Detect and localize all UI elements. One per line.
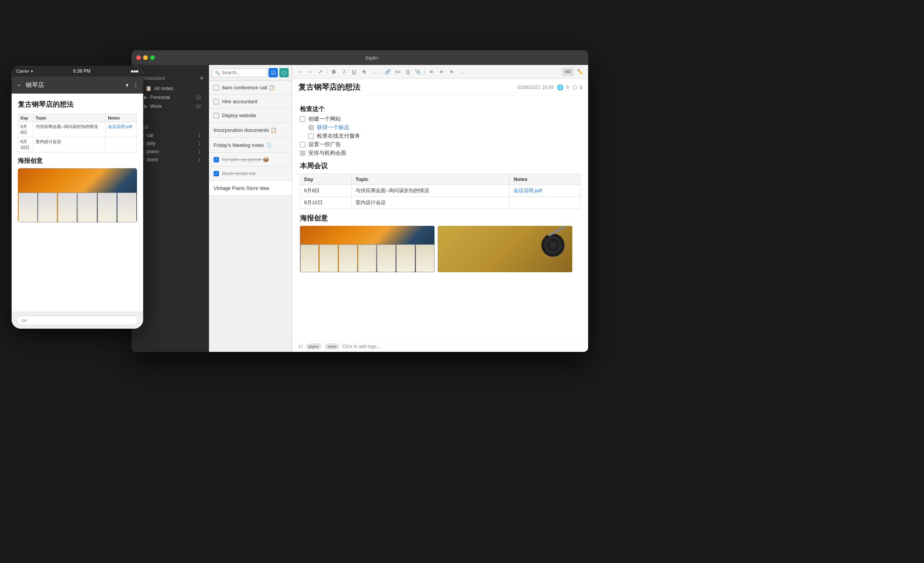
mobile-table-notes-1: 会议说明.pdf [106, 122, 137, 137]
toolbar-strike-btn[interactable]: S [360, 68, 368, 76]
mobile-back-button[interactable]: ← [16, 82, 22, 89]
toolbar-external-btn[interactable]: ⤢ [316, 68, 325, 76]
mobile-piano-image [18, 168, 137, 222]
sidebar-item-personal[interactable]: ▶ Personal 13 [136, 93, 204, 102]
table-row-2: 6月10日 室内设计会议 [300, 197, 580, 209]
tag-pill-piano[interactable]: piano [305, 343, 322, 350]
note-title-accountant: Hire accountant [222, 99, 257, 104]
expand-icon: ▶ [144, 94, 148, 100]
note-item-incorporation[interactable]: Incorporation documents 📋 [209, 123, 292, 138]
note-item-conference[interactable]: 8am conference call 📋 [209, 81, 292, 95]
mobile-app: Carrier ▾ 6:38 PM ■■■ ← 钢琴店 ▾ ⋮ 复古钢琴店的想法… [12, 66, 143, 329]
traffic-lights [136, 55, 155, 60]
sidebar-item-work[interactable]: ▶ Work 14 [136, 102, 204, 111]
note-checkbox-accountant[interactable] [214, 99, 219, 104]
toolbar-link-btn[interactable]: 🔗 [383, 68, 392, 76]
tag-item-car[interactable]: 🏷 car 1 [136, 131, 204, 139]
checkbox-2[interactable] [308, 125, 314, 130]
vinyl-image-bg [438, 226, 572, 272]
editor-lang: fr [566, 85, 569, 90]
note-title-incorporation: Incorporation documents 📋 [214, 127, 277, 133]
tag-item-piano[interactable]: 🏷 piano 1 [136, 147, 204, 155]
toolbar-more1-btn[interactable]: … [370, 68, 378, 76]
note-item-parcel[interactable]: ✓ Go pick up parcel 📦 [209, 153, 292, 167]
toolbar-underline-btn[interactable]: U [350, 68, 358, 76]
mobile-table: Day Topic Notes 6月8日 与供应商会面--询问该折扣的情况 会议… [18, 114, 137, 152]
mobile-key-2 [38, 193, 57, 222]
add-tag-button[interactable]: Click to add tags... [342, 344, 380, 349]
mobile-table-row-1: 6月8日 与供应商会面--询问该折扣的情况 会议说明.pdf [18, 122, 137, 137]
carrier-label: Carrier [16, 69, 29, 73]
checkbox-1[interactable] [300, 116, 305, 122]
note-item-rental[interactable]: ✓ Book rental car [209, 167, 292, 181]
note-item-deploy[interactable]: Deploy website [209, 109, 292, 123]
toolbar-attach-btn[interactable]: 📎 [414, 68, 422, 76]
piano-key-4 [358, 244, 377, 272]
toolbar-back-btn[interactable]: ‹ [296, 68, 305, 76]
personal-label: Personal [150, 94, 170, 100]
meeting-link-1[interactable]: 会议说明.pdf [513, 188, 542, 193]
table-header-day: Day [300, 174, 352, 185]
check-label-3: 检查在线支付服务 [317, 133, 360, 140]
sidebar-item-all-notes[interactable]: 📋 All notes [136, 84, 204, 93]
editor-meta: 复古钢琴店的想法 03/06/2021 16:49 🌐 fr ⬡ ℹ [292, 79, 588, 96]
search-bar[interactable]: 🔍 [212, 68, 267, 77]
editor: ‹ › ⤢ B I U S … 🔗 <> {} 📎 ≡ ≡ ≡ … [292, 65, 588, 352]
checkbox-4[interactable] [300, 142, 305, 147]
all-notes-icon: 📋 [145, 85, 152, 91]
mobile-sort-icon[interactable]: ▾ [126, 82, 128, 88]
tag-pill-store[interactable]: store [324, 343, 340, 350]
mobile-table-day-1: 6月8日 [18, 122, 33, 137]
sidebar-divider [136, 115, 204, 116]
editor-note-title: 复古钢琴店的想法 [298, 82, 517, 92]
toolbar-code2-btn[interactable]: {} [404, 68, 412, 76]
note-checkbox-rental[interactable]: ✓ [214, 171, 219, 176]
piano-keys [300, 244, 435, 272]
toolbar-list1-btn[interactable]: ≡ [427, 68, 436, 76]
tag-bar-icon: 🏷 [298, 344, 303, 349]
mobile-input-box[interactable]: se [16, 316, 139, 325]
toolbar-forward-btn[interactable]: › [306, 68, 315, 76]
note-item-accountant[interactable]: Hire accountant [209, 95, 292, 109]
app-title: Joplin [159, 55, 583, 61]
note-item-vintage[interactable]: Vintage Piano Store idea [209, 181, 292, 196]
note-title-deploy: Deploy website [222, 113, 256, 118]
title-bar: Joplin [132, 50, 588, 65]
desktop-app: Joplin NOTEBOOKS + 📋 All notes ▶ Persona… [132, 50, 588, 352]
close-button[interactable] [136, 55, 141, 60]
toolbar-list2-btn[interactable]: ≡ [437, 68, 446, 76]
add-notebook-button[interactable]: + [200, 74, 204, 82]
note-item-friday[interactable]: Friday's Meeting notes 🗒️ [209, 138, 292, 153]
toolbar-italic-btn[interactable]: I [340, 68, 348, 76]
layout-button[interactable]: ⬡ [279, 68, 289, 77]
view-toggle-button[interactable]: ☑ [269, 68, 278, 77]
checkbox-5[interactable] [300, 150, 305, 156]
toolbar-code-btn[interactable]: <> [394, 68, 402, 76]
note-title-friday: Friday's Meeting notes 🗒️ [214, 142, 272, 148]
maximize-button[interactable] [150, 55, 155, 60]
toolbar-list3-btn[interactable]: ≡ [447, 68, 456, 76]
sync-icon: ⬡ [572, 84, 577, 90]
toolbar-markdown-btn[interactable]: MD [562, 68, 574, 76]
toolbar-sep-3 [424, 69, 425, 75]
toolbar-bold-btn[interactable]: B [330, 68, 338, 76]
battery-icon: ■■■ [131, 69, 139, 73]
mobile-meeting-link-1[interactable]: 会议说明.pdf [108, 124, 132, 129]
note-checkbox-parcel[interactable]: ✓ [214, 157, 219, 162]
toolbar-edit-btn[interactable]: ✏️ [576, 68, 584, 76]
note-list: 🔍 ☑ ⬡ 8am conference call 📋 Hire account… [209, 65, 292, 352]
mobile-menu-icon[interactable]: ⋮ [133, 82, 139, 88]
toolbar-more2-btn[interactable]: … [457, 68, 466, 76]
checkbox-3[interactable] [308, 133, 314, 139]
search-input[interactable] [222, 70, 264, 75]
minimize-button[interactable] [143, 55, 148, 60]
table-cell-notes-1: 会议说明.pdf [510, 185, 580, 197]
tag-item-jelly[interactable]: 🏷 jelly 1 [136, 139, 204, 147]
check-label-1: 创建一个网站 [308, 116, 341, 123]
tag-count-store: 1 [198, 157, 201, 162]
note-checkbox-conference[interactable] [214, 85, 219, 90]
tag-item-store[interactable]: 🏷 store 1 [136, 155, 204, 164]
note-checkbox-deploy[interactable] [214, 113, 219, 118]
mobile-input-text: se [21, 317, 27, 323]
mobile-key-1 [18, 193, 38, 222]
